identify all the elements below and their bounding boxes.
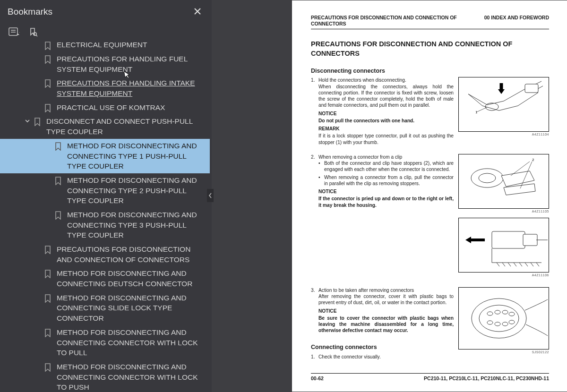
mouse-cursor-icon [123, 70, 132, 81]
current-bookmark-button[interactable] [26, 26, 40, 39]
bookmark-item[interactable]: PRECAUTIONS FOR HANDLING FUEL SYSTEM EQU… [0, 52, 210, 76]
bookmark-icon [43, 327, 53, 337]
viewer-gutter [212, 0, 292, 392]
text-col-1: 1. Hold the connectors when disconnectin… [311, 77, 454, 148]
bookmark-item[interactable]: METHOD FOR DISCONNECTING AND CONNECTING … [0, 325, 210, 360]
bookmark-item[interactable]: METHOD FOR DISCONNECTING AND CONNECTING … [0, 139, 210, 173]
bookmark-item[interactable]: METHOD FOR DISCONNECTING AND CONNECTING … [0, 208, 210, 242]
figure-3 [458, 218, 549, 273]
svg-point-36 [502, 322, 508, 326]
svg-line-5 [36, 35, 38, 37]
svg-point-37 [509, 320, 515, 324]
document-viewport[interactable]: PRECAUTIONS FOR DISCONNECTION AND CONNEC… [292, 0, 567, 392]
bookmark-label: PRECAUTIONS FOR DISCONNECTION AND CONNEC… [53, 244, 206, 264]
bookmark-label: METHOD FOR DISCONNECTING AND CONNECTING … [53, 327, 206, 358]
section-disconnecting: Disconnecting connectors [311, 68, 549, 74]
notice-label: NOTICE [318, 188, 454, 195]
block-2: 2. When removing a connector from a clip… [311, 154, 549, 281]
panel-collapse-handle[interactable] [207, 189, 214, 202]
close-icon [194, 8, 201, 15]
svg-marker-8 [498, 89, 505, 94]
svg-line-19 [497, 263, 499, 266]
sidebar-toolbar [0, 24, 212, 42]
close-panel-button[interactable] [191, 7, 204, 17]
notice-label: NOTICE [318, 111, 454, 117]
svg-point-35 [495, 322, 500, 326]
svg-rect-0 [9, 28, 17, 35]
bookmark-icon [43, 102, 53, 112]
bookmark-icon [32, 116, 43, 126]
bookmark-item[interactable]: METHOD FOR DISCONNECTING AND CONNECTING … [0, 173, 210, 208]
svg-line-26 [536, 263, 539, 266]
bookmark-icon [43, 268, 53, 278]
header-left: PRECAUTIONS FOR DISCONNECTION AND CONNEC… [311, 15, 462, 27]
notice-label: NOTICE [318, 308, 454, 314]
svg-point-29 [479, 305, 519, 332]
figure-3-label: A4Z11106 [458, 273, 549, 277]
list-num: 3. [311, 287, 318, 334]
footer-page-number: 00-62 [311, 375, 324, 381]
expand-toggle[interactable] [23, 116, 32, 124]
cc-item1: Check the connector visually. [318, 354, 454, 360]
item1-remark: If it is a lock stopper type connector, … [318, 133, 454, 145]
bookmark-item[interactable]: PRECAUTIONS FOR DISCONNECTION AND CONNEC… [0, 242, 210, 266]
bookmark-item[interactable]: METHOD FOR DISCONNECTING AND CONNECTING … [0, 291, 210, 325]
bookmark-find-icon [28, 27, 38, 37]
block-3: 3. Action to be taken after removing con… [311, 287, 549, 363]
bookmark-item[interactable]: PRECAUTIONS FOR HANDLING INTAKE SYSTEM E… [0, 76, 210, 100]
figure-2: 2 [458, 154, 549, 209]
item2-lead: When removing a connector from a clip [318, 154, 454, 160]
svg-marker-3 [17, 34, 19, 35]
list-num: 1. [311, 354, 318, 360]
svg-point-6 [485, 103, 498, 111]
svg-line-24 [525, 263, 528, 266]
chevron-left-icon [208, 193, 212, 198]
bookmark-icon [53, 141, 63, 151]
bookmark-label: ELECTRICAL EQUIPMENT [53, 42, 206, 50]
bookmark-item[interactable]: METHOD FOR DISCONNECTING AND CONNECTING … [0, 360, 210, 392]
bookmark-list[interactable]: ELECTRICAL EQUIPMENTPRECAUTIONS FOR HAND… [0, 42, 212, 392]
svg-point-33 [509, 312, 515, 316]
figure-1: 1 [458, 77, 549, 132]
bookmark-item[interactable]: ELECTRICAL EQUIPMENT [0, 42, 210, 52]
item2-bullet1: Both of the connector and clip have stop… [324, 160, 454, 173]
svg-line-20 [502, 263, 505, 266]
bookmark-label: METHOD FOR DISCONNECTING AND CONNECTING … [63, 141, 206, 171]
svg-point-12 [479, 173, 496, 183]
bookmark-icon [43, 293, 53, 303]
svg-rect-7 [525, 84, 538, 93]
block-1: 1. Hold the connectors when disconnectin… [311, 77, 549, 148]
remark-label: REMARK [318, 126, 454, 132]
page-title: PRECAUTIONS FOR DISCONNECTION AND CONNEC… [311, 40, 549, 58]
item3-p1: After removing the connector, cover it w… [318, 293, 454, 306]
page-footer: 00-62 PC210-11, PC210LC-11, PC210NLC-11,… [311, 373, 549, 381]
bookmark-icon [43, 362, 53, 372]
bookmark-label: METHOD FOR DISCONNECTING AND CONNECTING … [53, 268, 206, 289]
item3-notice: Be sure to cover the connector with plas… [318, 315, 454, 334]
sidebar-header: Bookmarks [0, 0, 212, 24]
outline-options-button[interactable] [8, 26, 21, 39]
section-connecting: Connecting connectors [311, 343, 454, 351]
bookmark-label: METHOD FOR DISCONNECTING AND CONNECTING … [53, 293, 206, 324]
figure-4 [458, 287, 549, 349]
bookmark-icon [53, 210, 63, 220]
bookmark-label: METHOD FOR DISCONNECTING AND CONNECTING … [63, 210, 206, 240]
bookmark-label: METHOD FOR DISCONNECTING AND CONNECTING … [53, 362, 206, 392]
svg-point-34 [487, 321, 493, 324]
svg-point-32 [502, 310, 508, 314]
svg-rect-17 [523, 234, 537, 246]
bookmark-item[interactable]: DISCONNECT AND CONNECT PUSH-PULL TYPE CO… [0, 114, 210, 138]
bookmark-label: PRACTICAL USE OF KOMTRAX [53, 102, 206, 113]
item2-bullet2: When removing a connector from a clip, p… [324, 174, 454, 187]
bookmark-item[interactable]: METHOD FOR DISCONNECTING AND CONNECTING … [0, 266, 210, 290]
bookmark-icon [43, 42, 53, 50]
figure-2-label: A4Z11105 [458, 210, 549, 213]
bookmark-item[interactable]: PRACTICAL USE OF KOMTRAX [0, 101, 210, 115]
item1-p1: When disconnecting the connectors, alway… [318, 84, 454, 109]
item1-notice: Do not pull the connectors with one hand… [318, 118, 454, 124]
figure-1-label: A4Z11104 [458, 133, 549, 136]
list-num: 1. [311, 77, 318, 145]
page-running-header: PRECAUTIONS FOR DISCONNECTION AND CONNEC… [311, 15, 549, 29]
bookmark-label: DISCONNECT AND CONNECT PUSH-PULL TYPE CO… [43, 116, 206, 136]
bookmark-icon [43, 78, 53, 88]
